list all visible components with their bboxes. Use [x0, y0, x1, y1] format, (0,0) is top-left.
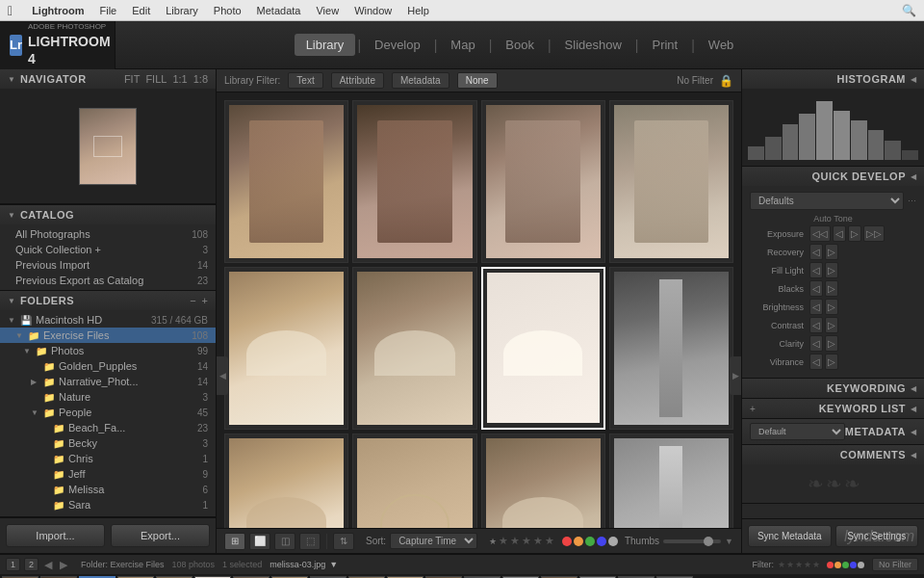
fit-btn[interactable]: FIT: [124, 73, 141, 85]
filter-lock-icon[interactable]: 🔒: [719, 74, 733, 88]
fs-yellow-dot[interactable]: [834, 562, 841, 568]
folder-narrative[interactable]: ▶ 📁 Narrative_Phot... 14: [0, 374, 216, 389]
folder-melissa[interactable]: 📁 Melissa 6: [0, 482, 216, 497]
nav-library[interactable]: Library: [295, 34, 356, 56]
fs-red-dot[interactable]: [827, 562, 834, 568]
menu-file[interactable]: File: [100, 5, 117, 16]
star-2[interactable]: ★: [510, 535, 520, 547]
folder-jeff[interactable]: 📁 Jeff 9: [0, 466, 216, 482]
oneeight-btn[interactable]: 1:8: [193, 73, 208, 85]
color-gray-dot[interactable]: [608, 537, 618, 546]
thumb-2-1[interactable]: [224, 267, 348, 430]
comments-header[interactable]: Comments ◀: [742, 445, 924, 464]
menu-metadata[interactable]: Metadata: [257, 5, 301, 16]
filter-none-btn[interactable]: None: [457, 72, 498, 89]
color-blue-dot[interactable]: [597, 537, 606, 546]
folder-golden-puppies[interactable]: 📁 Golden_Pupples 14: [0, 358, 216, 374]
fill-btn[interactable]: FILL: [145, 73, 167, 85]
nav-print[interactable]: Print: [640, 34, 689, 56]
survey-view-btn[interactable]: ⬚: [299, 533, 321, 550]
keywording-header[interactable]: Keywording ◀: [742, 379, 924, 398]
folders-minus[interactable]: −: [190, 295, 195, 306]
catalog-previous-export[interactable]: Previous Export as Catalog 23: [0, 273, 216, 288]
fs-star-2[interactable]: ★: [786, 560, 794, 569]
fs-page-1[interactable]: 1: [6, 558, 20, 571]
qd-exp-u[interactable]: ▷: [848, 225, 861, 242]
star-4[interactable]: ★: [533, 535, 543, 547]
color-red-dot[interactable]: [562, 537, 572, 546]
qd-br-d[interactable]: ◁: [809, 299, 823, 315]
folders-plus[interactable]: +: [202, 295, 208, 306]
quick-develop-header[interactable]: Quick Develop ◀: [742, 167, 924, 186]
compare-view-btn[interactable]: ◫: [274, 533, 295, 550]
fs-star-1[interactable]: ★: [778, 560, 785, 569]
qd-rec-d[interactable]: ◁: [809, 244, 823, 260]
keyword-list-header[interactable]: + Keyword List ◀: [742, 399, 924, 418]
thumb-1-2[interactable]: [352, 100, 476, 263]
folder-macintosh-hd[interactable]: ▼ 💾 Macintosh HD 315 / 464 GB: [0, 312, 216, 328]
nav-web[interactable]: Web: [697, 34, 746, 56]
fs-page-2[interactable]: 2: [24, 558, 38, 571]
thumb-1-4[interactable]: [609, 100, 733, 263]
thumb-1-1[interactable]: [224, 100, 348, 263]
export-button[interactable]: Export...: [111, 524, 210, 547]
qd-fill-u[interactable]: ▷: [825, 262, 838, 278]
menu-edit[interactable]: Edit: [132, 5, 150, 16]
qd-exp-d[interactable]: ◁: [833, 225, 846, 242]
slider-thumb[interactable]: [704, 537, 713, 546]
color-yellow-dot[interactable]: [574, 537, 583, 546]
folder-chris[interactable]: 📁 Chris 1: [0, 451, 216, 466]
menu-view[interactable]: View: [316, 5, 339, 16]
sort-order-btn[interactable]: ⇅: [333, 533, 354, 550]
thumb-2-3[interactable]: [481, 267, 605, 430]
star-1[interactable]: ★: [499, 535, 508, 547]
qd-bl-d[interactable]: ◁: [809, 280, 823, 297]
left-panel-collapse-arrow[interactable]: ◀: [217, 356, 228, 395]
qd-auto-tone[interactable]: Auto Tone: [750, 214, 916, 223]
histogram-header[interactable]: Histogram ◀: [742, 69, 924, 89]
folders-header[interactable]: ▼ Folders − +: [0, 291, 216, 310]
catalog-previous-import[interactable]: Previous Import 14: [0, 257, 216, 273]
qd-clar-u[interactable]: ▷: [825, 335, 838, 352]
folder-beach[interactable]: 📁 Beach_Fa... 23: [0, 420, 216, 435]
folder-exercise-files[interactable]: ▼ 📁 Exercise Files 108: [0, 328, 216, 343]
fs-blue-dot[interactable]: [850, 562, 857, 568]
star-5[interactable]: ★: [545, 535, 554, 547]
fs-star-5[interactable]: ★: [812, 560, 820, 569]
fs-dropdown-icon[interactable]: ▼: [329, 560, 338, 569]
sync-metadata-button[interactable]: Sync Metadata: [748, 525, 832, 547]
qd-exp-ul[interactable]: ▷▷: [863, 225, 885, 242]
nav-map[interactable]: Map: [439, 34, 486, 56]
thumb-3-1[interactable]: [224, 434, 348, 528]
fs-gray-dot[interactable]: [858, 562, 864, 568]
fs-star-4[interactable]: ★: [804, 560, 811, 569]
menu-library[interactable]: Library: [166, 5, 198, 16]
qd-fill-d[interactable]: ◁: [809, 262, 823, 278]
catalog-quick-collection[interactable]: Quick Collection + 3: [0, 242, 216, 257]
qd-rec-u[interactable]: ▷: [825, 244, 838, 260]
folder-becky[interactable]: 📁 Becky 3: [0, 435, 216, 451]
thumb-3-2[interactable]: [352, 434, 476, 528]
fs-green-dot[interactable]: [842, 562, 849, 568]
folder-sara[interactable]: 📁 Sara 1: [0, 497, 216, 512]
nav-book[interactable]: Book: [494, 34, 546, 56]
qd-br-u[interactable]: ▷: [825, 299, 838, 315]
menu-help[interactable]: Help: [407, 5, 429, 16]
folder-photos[interactable]: ▼ 📁 Photos 99: [0, 343, 216, 358]
folder-people[interactable]: ▼ 📁 People 45: [0, 405, 216, 420]
apple-menu[interactable]: : [8, 3, 13, 18]
thumb-2-2[interactable]: [352, 267, 476, 430]
thumb-3-3[interactable]: [481, 434, 605, 528]
catalog-all-photographs[interactable]: All Photographs 108: [0, 226, 216, 242]
import-button[interactable]: Import...: [6, 524, 105, 547]
color-green-dot[interactable]: [585, 537, 595, 546]
qd-clar-d[interactable]: ◁: [809, 335, 823, 352]
thumb-2-4[interactable]: [609, 267, 733, 430]
fs-prev-btn[interactable]: ◀: [42, 559, 54, 571]
qd-vib-u[interactable]: ▷: [825, 354, 838, 370]
thumb-1-3[interactable]: [481, 100, 605, 263]
menu-photo[interactable]: Photo: [214, 5, 242, 16]
filter-metadata-btn[interactable]: Metadata: [392, 72, 449, 89]
star-3[interactable]: ★: [522, 535, 531, 547]
filter-attribute-btn[interactable]: Attribute: [331, 72, 384, 89]
